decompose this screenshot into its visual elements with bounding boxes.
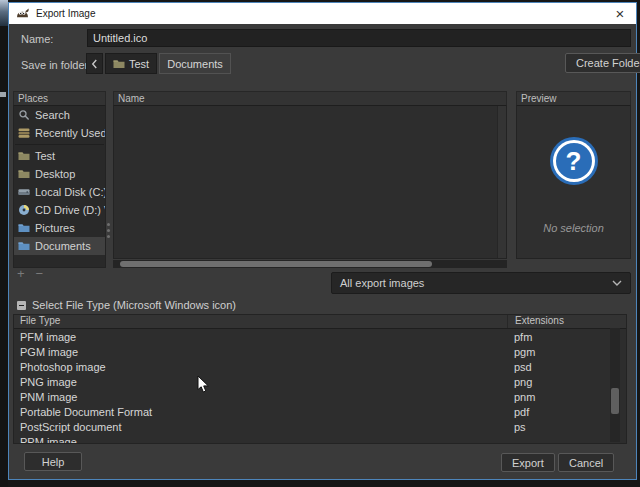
preview-header: Preview <box>516 91 631 106</box>
no-selection-text: No selection <box>517 222 630 234</box>
places-footer: + − <box>17 268 43 280</box>
export-button[interactable]: Export <box>501 453 555 472</box>
place-item-cd-drive-d-virtu[interactable]: CD Drive (D:) Virtu... <box>14 201 105 219</box>
place-label: Search <box>35 109 70 121</box>
breadcrumb-label: Test <box>129 58 149 70</box>
preview-panel: Preview ? No selection <box>516 91 631 259</box>
extension-cell: psd <box>507 361 626 373</box>
gimp-wilber-icon <box>15 8 30 19</box>
close-button[interactable]: × <box>610 6 630 21</box>
file-type-vertical-scrollbar[interactable] <box>610 328 620 442</box>
add-bookmark-button[interactable]: + <box>17 268 25 280</box>
place-label: Desktop <box>35 168 75 180</box>
file-type-row-portable-document-format[interactable]: Portable Document Formatpdf <box>14 404 626 419</box>
places-panel: Places SearchRecently UsedTestDesktopLoc… <box>13 91 106 268</box>
place-label: Documents <box>35 240 91 252</box>
place-label: Pictures <box>35 222 75 234</box>
file-type-row-pfm-image[interactable]: PFM imagepfm <box>14 329 626 344</box>
places-list: SearchRecently UsedTestDesktopLocal Disk… <box>13 106 106 268</box>
file-type-table-header: File Type Extensions <box>14 315 626 329</box>
folder-blue-icon <box>18 240 30 252</box>
h-scrollbar-thumb[interactable] <box>120 261 432 267</box>
place-item-local-disk-c[interactable]: Local Disk (C:) <box>14 183 105 201</box>
collapse-icon <box>17 301 26 310</box>
file-type-cell: PFM image <box>14 331 507 343</box>
place-item-documents[interactable]: Documents <box>14 237 105 255</box>
file-type-cell: PNG image <box>14 376 507 388</box>
remove-bookmark-button[interactable]: − <box>36 268 44 280</box>
search-icon <box>18 109 30 121</box>
folder-icon <box>18 150 30 162</box>
help-button[interactable]: Help <box>24 452 82 471</box>
file-list-name-column-header[interactable]: Name <box>113 91 507 106</box>
dropdown-selected-value: All export images <box>340 277 424 289</box>
breadcrumb: TestDocuments <box>86 53 231 74</box>
file-type-column-header[interactable]: File Type <box>14 315 507 328</box>
extension-cell: png <box>507 376 626 388</box>
file-type-cell: PostScript document <box>14 421 507 433</box>
extension-cell: pgm <box>507 346 626 358</box>
create-folder-button[interactable]: Create Folder <box>565 53 640 73</box>
file-type-table: File Type Extensions PFM imagepfmPGM ima… <box>13 314 627 444</box>
folder-icon <box>113 58 125 70</box>
file-filter-dropdown[interactable]: All export images <box>331 272 631 294</box>
file-type-row-ppm-image[interactable]: PPM image <box>14 434 626 444</box>
chevron-down-icon <box>612 280 622 286</box>
select-file-type-expander[interactable]: Select File Type (Microsoft Windows icon… <box>17 298 236 312</box>
folder-blue-icon <box>18 222 30 234</box>
file-type-cell: PNM image <box>14 391 507 403</box>
place-label: CD Drive (D:) Virtu... <box>35 204 105 216</box>
file-type-row-pnm-image[interactable]: PNM imagepnm <box>14 389 626 404</box>
background-thumbnail <box>0 0 8 26</box>
cancel-button[interactable]: Cancel <box>558 453 614 472</box>
place-item-test[interactable]: Test <box>14 147 105 165</box>
extension-cell: ps <box>507 421 626 433</box>
place-item-search[interactable]: Search <box>14 106 105 124</box>
place-label: Local Disk (C:) <box>35 186 105 198</box>
place-label: Test <box>35 150 55 162</box>
background-app-strip <box>0 0 8 487</box>
extension-cell: pdf <box>507 406 626 418</box>
extensions-column-header[interactable]: Extensions <box>507 315 626 328</box>
breadcrumb-label: Documents <box>167 58 223 70</box>
pane-splitter-handle[interactable] <box>107 223 110 226</box>
file-type-cell: Photoshop image <box>14 361 507 373</box>
file-type-cell: Portable Document Format <box>14 406 507 418</box>
file-type-row-photoshop-image[interactable]: Photoshop imagepsd <box>14 359 626 374</box>
place-item-recently-used[interactable]: Recently Used <box>14 124 105 142</box>
disk-icon <box>18 186 30 198</box>
name-label: Name: <box>21 33 53 45</box>
file-list-horizontal-scrollbar[interactable] <box>113 260 507 268</box>
save-in-folder-label: Save in folder: <box>21 59 91 71</box>
file-type-rows: PFM imagepfmPGM imagepgmPhotoshop imagep… <box>14 329 626 444</box>
breadcrumb-back-button[interactable] <box>86 53 103 74</box>
question-glyph: ? <box>566 146 582 177</box>
v-scrollbar-thumb[interactable] <box>611 388 619 414</box>
question-mark-icon: ? <box>553 140 595 182</box>
expander-label: Select File Type (Microsoft Windows icon… <box>32 299 236 311</box>
file-type-cell: PPM image <box>14 436 507 445</box>
chevron-left-icon <box>91 58 98 70</box>
file-type-row-png-image[interactable]: PNG imagepng <box>14 374 626 389</box>
background-toolbox-mark <box>0 92 6 97</box>
extension-cell: pnm <box>507 391 626 403</box>
folder-icon <box>18 168 30 180</box>
file-type-row-postscript-document[interactable]: PostScript documentps <box>14 419 626 434</box>
file-list-vertical-scrollbar[interactable] <box>497 106 506 258</box>
breadcrumb-test[interactable]: Test <box>105 53 157 74</box>
cd-icon <box>18 204 30 216</box>
export-image-dialog: Export Image × Name: Save in folder: Tes… <box>8 2 637 480</box>
extension-cell: pfm <box>507 331 626 343</box>
mouse-cursor <box>197 375 210 394</box>
file-type-cell: PGM image <box>14 346 507 358</box>
title-bar[interactable]: Export Image × <box>9 3 636 24</box>
place-item-pictures[interactable]: Pictures <box>14 219 105 237</box>
place-item-desktop[interactable]: Desktop <box>14 165 105 183</box>
file-type-row-pgm-image[interactable]: PGM imagepgm <box>14 344 626 359</box>
places-separator <box>15 144 104 145</box>
place-label: Recently Used <box>35 127 105 139</box>
preview-body: ? No selection <box>516 106 631 259</box>
file-list-body[interactable] <box>113 106 507 259</box>
breadcrumb-documents[interactable]: Documents <box>159 53 231 74</box>
name-input[interactable] <box>87 29 631 47</box>
